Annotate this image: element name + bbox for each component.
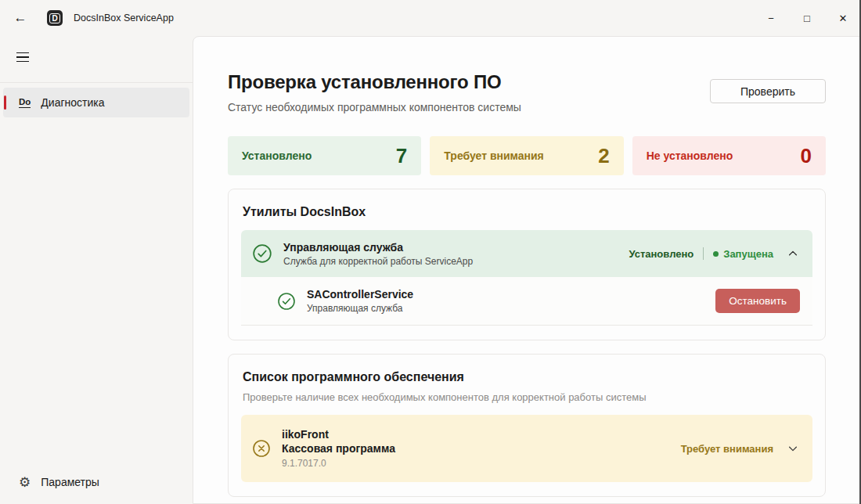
page-header: Проверка установленного ПО Статус необхо…	[228, 71, 826, 113]
utilities-title: Утилиты DocsInBox	[243, 205, 812, 219]
sidebar-divider	[0, 82, 193, 83]
sidebar: Do Диагностика ⚙ Параметры	[0, 36, 193, 504]
card-not-installed-label: Не установлено	[647, 149, 733, 162]
software-version: 9.1.7017.0	[282, 458, 395, 469]
service-row-expanded[interactable]: Управляющая служба Служба для корректной…	[241, 230, 812, 277]
child-service-description: Управляющая служба	[307, 303, 413, 314]
chevron-down-icon[interactable]	[787, 443, 798, 454]
diagnostics-icon: Do	[19, 97, 31, 108]
service-status-installed: Установлено	[629, 248, 693, 260]
card-needs-attention-value: 2	[598, 144, 609, 168]
service-name: Управляющая служба	[283, 241, 473, 254]
software-name: iikoFront	[282, 428, 395, 441]
stop-service-button[interactable]: Остановить	[715, 289, 800, 313]
minimize-button[interactable]: −	[753, 0, 789, 36]
utilities-section: Утилиты DocsInBox Управляющая служба Слу…	[228, 189, 826, 340]
main-content-panel: Проверка установленного ПО Статус необхо…	[193, 36, 861, 504]
summary-cards: Установлено 7 Требует внимания 2 Не уста…	[228, 136, 826, 175]
card-installed-label: Установлено	[242, 149, 312, 162]
close-button[interactable]: ✕	[825, 0, 861, 36]
running-dot-icon	[713, 251, 719, 257]
window-controls: − □ ✕	[753, 0, 861, 36]
software-section: Список программного обеспечения Проверьт…	[228, 354, 826, 497]
check-circle-icon	[277, 292, 296, 311]
hamburger-menu-icon[interactable]	[9, 45, 36, 69]
service-child-row: SAControllerService Управляющая служба О…	[241, 277, 812, 326]
card-not-installed: Не установлено 0	[632, 136, 826, 175]
card-not-installed-value: 0	[801, 144, 812, 168]
card-needs-attention-label: Требует внимания	[444, 149, 543, 162]
software-row-iikofront[interactable]: iikoFront Кассовая программа 9.1.7017.0 …	[241, 415, 812, 482]
sidebar-item-settings[interactable]: ⚙ Параметры	[3, 468, 189, 496]
titlebar: ← D DocsInBox ServiceApp − □ ✕	[0, 0, 861, 36]
card-needs-attention: Требует внимания 2	[430, 136, 623, 175]
software-title: Список программного обеспечения	[243, 370, 812, 384]
software-description: Кассовая программа	[282, 442, 395, 455]
chevron-up-icon[interactable]	[787, 248, 798, 259]
child-service-name: SAControllerService	[307, 288, 413, 301]
card-installed: Установлено 7	[228, 136, 421, 175]
page-subtitle: Статус необходимых программных компонент…	[228, 101, 521, 113]
sidebar-item-label: Диагностика	[41, 96, 104, 109]
service-description: Служба для корректной работы ServiceApp	[283, 256, 473, 267]
gear-icon: ⚙	[19, 476, 31, 489]
check-button[interactable]: Проверить	[710, 79, 826, 103]
app-title: DocsInBox ServiceApp	[74, 13, 174, 23]
software-status-badge: Требует внимания	[681, 443, 773, 455]
app-logo-letter: D	[49, 13, 59, 23]
settings-label: Параметры	[41, 476, 99, 488]
check-circle-icon	[252, 243, 272, 264]
software-subtitle: Проверьте наличие всех необходимых компо…	[243, 391, 812, 403]
status-divider	[703, 247, 704, 260]
maximize-button[interactable]: □	[789, 0, 825, 36]
service-status-running: Запущена	[713, 248, 773, 260]
x-circle-icon	[252, 439, 271, 458]
selected-accent-bar	[4, 95, 6, 110]
sidebar-item-diagnostics[interactable]: Do Диагностика	[3, 88, 189, 117]
app-logo-icon: D	[47, 10, 63, 26]
page-title: Проверка установленного ПО	[228, 71, 521, 93]
back-button[interactable]: ←	[6, 5, 34, 31]
card-installed-value: 7	[396, 144, 407, 168]
